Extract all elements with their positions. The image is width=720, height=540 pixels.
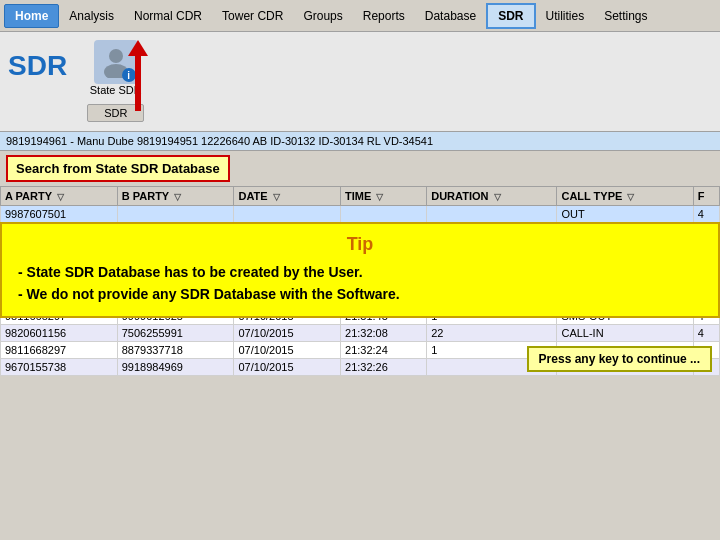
table-cell: OUT: [557, 206, 693, 223]
table-cell: [341, 206, 427, 223]
table-cell: 9918984969: [117, 359, 234, 376]
table-cell: [117, 206, 234, 223]
col-a-party[interactable]: A PARTY ▽: [1, 187, 118, 206]
filter-icon-time[interactable]: ▽: [376, 192, 383, 202]
nav-settings[interactable]: Settings: [594, 5, 657, 27]
filter-icon-duration[interactable]: ▽: [494, 192, 501, 202]
filter-icon-a[interactable]: ▽: [57, 192, 64, 202]
breadcrumb: 9819194961 - Manu Dube 9819194951 122266…: [0, 132, 720, 151]
table-cell: 07/10/2015: [234, 342, 341, 359]
arrow-head: [128, 40, 148, 56]
nav-analysis[interactable]: Analysis: [59, 5, 124, 27]
filter-icon-date[interactable]: ▽: [273, 192, 280, 202]
nav-utilities[interactable]: Utilities: [536, 5, 595, 27]
col-f[interactable]: F: [693, 187, 719, 206]
nav-reports[interactable]: Reports: [353, 5, 415, 27]
main-content: Search from State SDR Database A PARTY ▽…: [0, 151, 720, 376]
col-duration[interactable]: DURATION ▽: [427, 187, 557, 206]
tip-overlay: Tip - State SDR Database has to be creat…: [0, 222, 720, 318]
table-container: A PARTY ▽ B PARTY ▽ DATE ▽ TIME ▽ DURATI…: [0, 186, 720, 376]
tip-line2: - We do not provide any SDR Database wit…: [18, 283, 702, 305]
table-cell: 9811668297: [1, 342, 118, 359]
col-b-party[interactable]: B PARTY ▽: [117, 187, 234, 206]
col-date[interactable]: DATE ▽: [234, 187, 341, 206]
table-cell: 07/10/2015: [234, 359, 341, 376]
col-call-type[interactable]: CALL TYPE ▽: [557, 187, 693, 206]
nav-sdr[interactable]: SDR: [486, 3, 535, 29]
table-row[interactable]: 9987607501OUT4: [1, 206, 720, 223]
filter-icon-call-type[interactable]: ▽: [627, 192, 634, 202]
table-cell: 9820601156: [1, 325, 118, 342]
table-cell: 21:32:26: [341, 359, 427, 376]
table-cell: 07/10/2015: [234, 325, 341, 342]
red-arrow: [128, 40, 148, 111]
sdr-title: SDR: [8, 40, 67, 82]
table-cell: 21:32:08: [341, 325, 427, 342]
table-cell: CALL-IN: [557, 325, 693, 342]
table-cell: [427, 206, 557, 223]
top-navigation: Home Analysis Normal CDR Tower CDR Group…: [0, 0, 720, 32]
nav-normal-cdr[interactable]: Normal CDR: [124, 5, 212, 27]
table-header-row: A PARTY ▽ B PARTY ▽ DATE ▽ TIME ▽ DURATI…: [1, 187, 720, 206]
table-row[interactable]: 9820601156750625599107/10/201521:32:0822…: [1, 325, 720, 342]
table-cell: 7506255991: [117, 325, 234, 342]
tip-title: Tip: [18, 234, 702, 255]
filter-icon-b[interactable]: ▽: [174, 192, 181, 202]
col-time[interactable]: TIME ▽: [341, 187, 427, 206]
table-cell: [234, 206, 341, 223]
nav-tower-cdr[interactable]: Tower CDR: [212, 5, 293, 27]
tip-line1: - State SDR Database has to be created b…: [18, 261, 702, 283]
table-cell: 9670155738: [1, 359, 118, 376]
table-cell: 8879337718: [117, 342, 234, 359]
nav-home[interactable]: Home: [4, 4, 59, 28]
search-bar: Search from State SDR Database: [6, 155, 230, 182]
press-any-key[interactable]: Press any key to continue ...: [527, 346, 712, 372]
table-cell: 22: [427, 325, 557, 342]
sub-navigation: SDR i State SDR SDR: [0, 32, 720, 132]
table-cell: 4: [693, 206, 719, 223]
arrow-body: [135, 56, 141, 111]
table-cell: 9987607501: [1, 206, 118, 223]
nav-database[interactable]: Database: [415, 5, 486, 27]
svg-point-0: [109, 49, 123, 63]
table-cell: 21:32:24: [341, 342, 427, 359]
table-cell: 4: [693, 325, 719, 342]
nav-groups[interactable]: Groups: [293, 5, 352, 27]
